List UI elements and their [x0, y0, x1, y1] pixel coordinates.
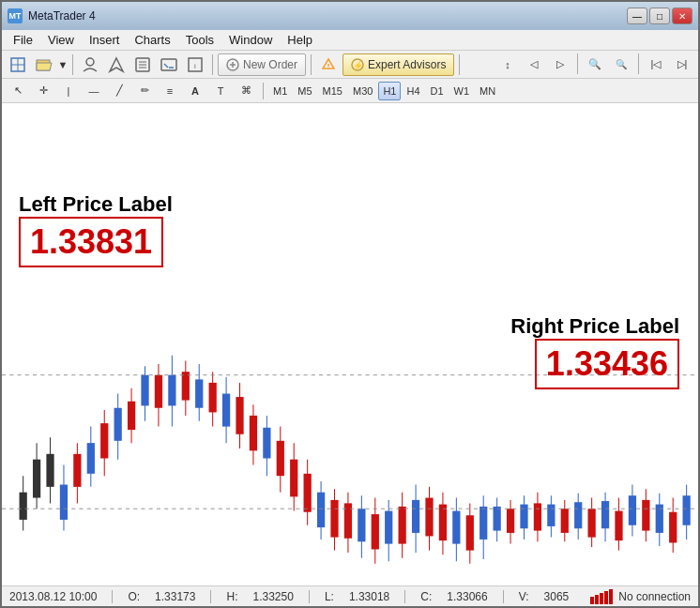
- status-sep-2: [210, 590, 211, 603]
- svg-rect-94: [494, 507, 501, 531]
- svg-rect-26: [33, 460, 40, 498]
- brush-tool[interactable]: ✏: [132, 80, 157, 102]
- svg-rect-88: [452, 511, 460, 544]
- svg-rect-84: [425, 498, 433, 537]
- datetime-display: 2013.08.12 10:00: [9, 590, 97, 603]
- channel-tool[interactable]: ≡: [158, 80, 182, 102]
- toolbar-separator-4: [459, 54, 460, 75]
- svg-rect-74: [358, 509, 365, 541]
- tf-m30[interactable]: M30: [348, 82, 377, 100]
- svg-rect-38: [114, 408, 122, 441]
- new-order-button[interactable]: New Order: [218, 53, 306, 76]
- close-button[interactable]: ✕: [672, 8, 692, 24]
- svg-rect-120: [669, 512, 677, 543]
- expert-advisors-button[interactable]: ⚡ Expert Advisors: [342, 53, 454, 76]
- svg-rect-98: [520, 505, 527, 529]
- svg-rect-80: [399, 507, 406, 544]
- window-title: MetaTrader 4: [28, 9, 96, 23]
- open-button[interactable]: [32, 53, 56, 76]
- svg-rect-82: [412, 500, 419, 533]
- status-sep-3: [309, 590, 310, 603]
- horizontal-line-tool[interactable]: —: [82, 80, 106, 102]
- high-label: H:: [226, 590, 237, 603]
- left-price-label-value: 1.33831: [30, 222, 152, 261]
- new-chart-button[interactable]: [6, 53, 30, 76]
- menu-file[interactable]: File: [6, 31, 40, 49]
- svg-rect-116: [642, 500, 649, 531]
- svg-rect-90: [466, 515, 474, 550]
- titlebar: MT MetaTrader 4 — □ ✕: [2, 2, 698, 30]
- scroll-right-button[interactable]: ▷|: [670, 53, 694, 76]
- text2-tool[interactable]: T: [208, 80, 233, 102]
- maximize-button[interactable]: □: [649, 8, 670, 24]
- svg-rect-100: [534, 503, 541, 530]
- fibonacci-tool[interactable]: ⌘: [234, 80, 258, 102]
- minimize-button[interactable]: —: [627, 8, 647, 24]
- tf-w1[interactable]: W1: [449, 82, 475, 100]
- tf-m1[interactable]: M1: [268, 82, 292, 100]
- signal-bars-icon: [590, 589, 613, 604]
- tf-separator-1: [263, 83, 264, 99]
- vertical-line-tool[interactable]: |: [56, 80, 81, 102]
- svg-rect-108: [588, 509, 596, 537]
- menu-help[interactable]: Help: [280, 31, 320, 49]
- svg-line-11: [164, 64, 168, 68]
- chart-fwd-button[interactable]: ▷: [548, 53, 572, 76]
- svg-rect-48: [182, 372, 190, 400]
- svg-rect-10: [161, 59, 176, 70]
- cursor-tool[interactable]: ↖: [6, 80, 30, 102]
- text-tool[interactable]: A: [183, 80, 207, 102]
- svg-rect-34: [87, 443, 95, 474]
- svg-rect-102: [547, 505, 555, 526]
- toolbar-separator-2: [212, 54, 213, 75]
- tf-h4[interactable]: H4: [402, 82, 424, 100]
- chart-area[interactable]: Left Price Label 1.33831 Right Price Lab…: [2, 103, 698, 585]
- profiles-button[interactable]: [78, 53, 102, 76]
- diagonal-line-tool[interactable]: ╱: [107, 80, 131, 102]
- svg-rect-114: [629, 495, 636, 525]
- svg-rect-32: [73, 454, 81, 487]
- svg-rect-28: [46, 454, 53, 487]
- left-price-label: Left Price Label 1.33831: [19, 192, 173, 267]
- data-window-button[interactable]: i: [183, 53, 207, 76]
- toolbar-separator-3: [311, 54, 312, 75]
- svg-rect-62: [277, 441, 284, 476]
- svg-rect-36: [100, 423, 108, 458]
- tf-h1[interactable]: H1: [378, 82, 401, 100]
- crosshair-tool[interactable]: ✛: [31, 80, 55, 102]
- svg-point-19: [327, 68, 329, 69]
- zoom-in-button[interactable]: 🔍: [583, 53, 607, 76]
- status-sep-1: [112, 590, 113, 603]
- svg-rect-56: [236, 397, 243, 434]
- zoom-out-button[interactable]: 🔍: [609, 53, 633, 76]
- terminal-button[interactable]: [157, 53, 181, 76]
- menu-tools[interactable]: Tools: [178, 31, 221, 49]
- menu-charts[interactable]: Charts: [127, 31, 177, 49]
- chart-back-button[interactable]: ◁: [522, 53, 546, 76]
- volume-value: 3065: [544, 590, 570, 603]
- svg-rect-40: [128, 402, 135, 430]
- menubar: File View Insert Charts Tools Window Hel…: [2, 30, 698, 51]
- nav-button[interactable]: [104, 53, 129, 76]
- connection-status: No connection: [590, 589, 691, 604]
- tf-d1[interactable]: D1: [426, 82, 449, 100]
- menu-view[interactable]: View: [40, 31, 82, 49]
- tf-m5[interactable]: M5: [293, 82, 316, 100]
- tf-mn[interactable]: MN: [475, 82, 500, 100]
- right-price-label-box: 1.33436: [535, 339, 679, 389]
- market-watch-button[interactable]: [130, 53, 155, 76]
- svg-rect-66: [304, 474, 312, 512]
- menu-window[interactable]: Window: [221, 31, 280, 49]
- dropdown-arrow[interactable]: ▼: [58, 53, 68, 76]
- svg-rect-70: [330, 500, 338, 538]
- high-value: 1.33250: [252, 590, 293, 603]
- sort-button[interactable]: ↕: [495, 53, 520, 76]
- svg-rect-24: [20, 493, 27, 520]
- alert-button[interactable]: [316, 53, 341, 76]
- svg-rect-96: [507, 509, 514, 533]
- svg-rect-78: [385, 511, 392, 544]
- scroll-left-button[interactable]: |◁: [644, 53, 668, 76]
- menu-insert[interactable]: Insert: [82, 31, 128, 49]
- tf-m15[interactable]: M15: [318, 82, 347, 100]
- left-price-label-box: 1.33831: [19, 217, 163, 267]
